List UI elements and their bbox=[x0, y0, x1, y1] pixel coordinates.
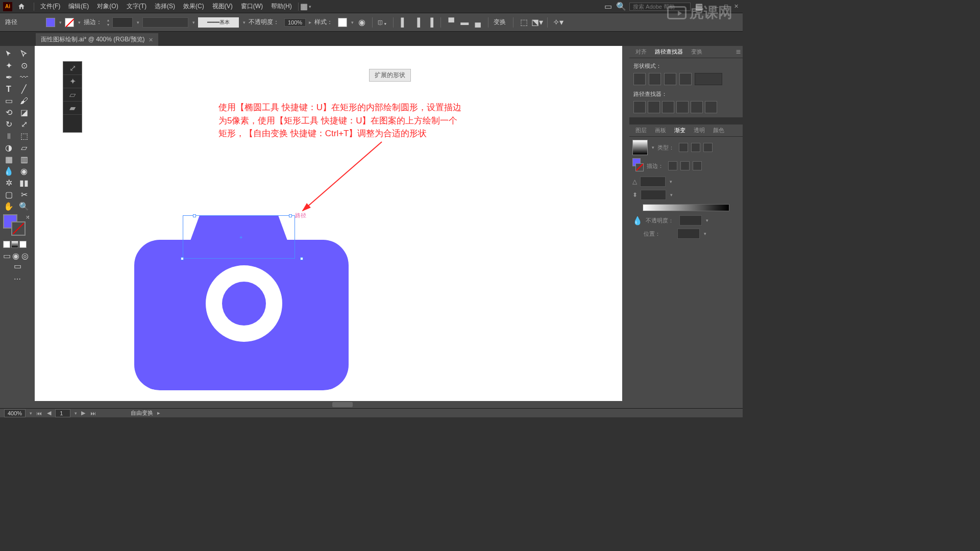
fill-dropdown-icon[interactable]: ▾ bbox=[59, 20, 62, 25]
fill-color-swatch[interactable] bbox=[46, 18, 55, 27]
color-mode-gradient[interactable] bbox=[11, 241, 18, 248]
symbol-sprayer-tool[interactable]: ✲ bbox=[1, 177, 16, 189]
gradient-stop-opacity-input[interactable] bbox=[679, 215, 702, 226]
zoom-level[interactable]: 400% bbox=[4, 409, 26, 417]
gradient-linear-button[interactable] bbox=[679, 143, 688, 152]
selection-tool[interactable] bbox=[1, 48, 16, 60]
transform-label[interactable]: 变换 bbox=[494, 18, 506, 27]
trim-button[interactable] bbox=[648, 101, 660, 113]
home-icon[interactable] bbox=[16, 2, 27, 12]
horizontal-scrollbar[interactable] bbox=[35, 401, 629, 408]
opacity-value[interactable]: 100% bbox=[284, 18, 306, 27]
color-mode-solid[interactable] bbox=[3, 241, 10, 248]
canvas[interactable]: ⤢ ✦ ▱ ▰ 扩展的形状 使用【椭圆工具 快捷键：U】在矩形的内部绘制圆形，设… bbox=[35, 46, 629, 408]
isolate-icon[interactable]: ⬚ bbox=[519, 17, 529, 28]
menu-type[interactable]: 文字(T) bbox=[122, 2, 151, 11]
first-artboard-icon[interactable]: ⏮ bbox=[35, 410, 43, 416]
hand-tool[interactable]: ✋ bbox=[1, 201, 16, 212]
gradient-freeform-button[interactable] bbox=[703, 143, 713, 152]
screen-present-icon[interactable]: ◎ bbox=[21, 251, 29, 258]
align-to-icon[interactable]: ⎅▾ bbox=[378, 17, 388, 28]
align-top-icon[interactable]: ▀ bbox=[446, 17, 456, 28]
crop-button[interactable] bbox=[676, 101, 689, 113]
gradient-slider[interactable] bbox=[643, 204, 729, 211]
scale-tool[interactable]: ⤢ bbox=[16, 118, 32, 130]
opacity-flyout-icon[interactable]: ▸ bbox=[309, 19, 311, 25]
outline-button[interactable] bbox=[691, 101, 703, 113]
next-artboard-icon[interactable]: ▶ bbox=[80, 410, 86, 416]
slice-tool[interactable]: ✂ bbox=[16, 189, 32, 201]
rectangle-tool[interactable]: ▭ bbox=[1, 95, 16, 107]
unite-button[interactable] bbox=[633, 73, 646, 85]
type-tool[interactable]: T bbox=[1, 83, 16, 95]
menu-effect[interactable]: 效果(C) bbox=[179, 2, 208, 11]
ft-perspective-icon[interactable]: ▱ bbox=[63, 88, 82, 102]
gradient-aspect-input[interactable] bbox=[641, 190, 666, 200]
minus-back-button[interactable] bbox=[705, 101, 717, 113]
fill-stroke-control[interactable]: ⤭ bbox=[1, 214, 34, 240]
search-icon[interactable]: 🔍 bbox=[616, 2, 626, 12]
screen-normal-icon[interactable]: ▭ bbox=[3, 251, 10, 258]
ft-distort-icon[interactable]: ▰ bbox=[63, 102, 82, 115]
menu-help[interactable]: 帮助(H) bbox=[267, 2, 296, 11]
divide-button[interactable] bbox=[633, 101, 646, 113]
shape-builder-icon[interactable]: ✧▾ bbox=[553, 17, 563, 28]
blend-tool[interactable]: ◉ bbox=[16, 165, 32, 177]
selection-handle-tr[interactable] bbox=[289, 214, 292, 217]
exclude-button[interactable] bbox=[679, 73, 692, 85]
shape-builder-tool[interactable]: ◑ bbox=[1, 142, 16, 154]
prev-artboard-icon[interactable]: ◀ bbox=[46, 410, 52, 416]
menu-window[interactable]: 窗口(W) bbox=[237, 2, 267, 11]
tab-transparency[interactable]: 透明 bbox=[690, 124, 709, 136]
screen-full-icon[interactable]: ◉ bbox=[12, 251, 19, 258]
tab-pathfinder[interactable]: 路径查找器 bbox=[651, 46, 687, 58]
swap-fill-stroke-icon[interactable]: ⤭ bbox=[26, 214, 30, 220]
gradient-radial-button[interactable] bbox=[691, 143, 700, 152]
minus-front-button[interactable] bbox=[649, 73, 661, 85]
tab-transform[interactable]: 变换 bbox=[687, 46, 706, 58]
status-flyout-icon[interactable]: ▸ bbox=[156, 410, 161, 416]
tab-artboards[interactable]: 画板 bbox=[651, 124, 670, 136]
tab-close-icon[interactable]: × bbox=[149, 36, 153, 44]
direct-selection-tool[interactable] bbox=[16, 48, 32, 60]
stroke-up-icon[interactable]: ▴ bbox=[107, 18, 109, 22]
stroke-color-swatch[interactable] bbox=[65, 18, 74, 27]
recolor-icon[interactable]: ◉ bbox=[357, 17, 367, 28]
column-graph-tool[interactable]: ▮▮ bbox=[16, 177, 32, 189]
stroke-grad-along-button[interactable] bbox=[680, 161, 690, 170]
vertical-scrollbar[interactable] bbox=[622, 46, 629, 401]
brush-profile[interactable]: ━━━━ 基本 bbox=[198, 17, 239, 28]
stroke-grad-within-button[interactable] bbox=[668, 161, 677, 170]
gradient-preview-swatch[interactable] bbox=[632, 140, 648, 155]
gradient-stop-position-input[interactable] bbox=[677, 229, 700, 239]
style-swatch[interactable] bbox=[338, 18, 347, 27]
align-vcenter-icon[interactable]: ▬ bbox=[459, 17, 470, 28]
gpu-icon[interactable]: ▭ bbox=[603, 2, 613, 12]
edit-toolbar-icon[interactable]: ▭ bbox=[1, 260, 34, 272]
stroke-grad-across-button[interactable] bbox=[693, 161, 702, 170]
tab-gradient[interactable]: 渐变 bbox=[670, 124, 690, 136]
menu-edit[interactable]: 编辑(E) bbox=[64, 2, 93, 11]
gradient-tool[interactable]: ▥ bbox=[16, 154, 32, 165]
align-bottom-icon[interactable]: ▄ bbox=[473, 17, 483, 28]
eraser-tool[interactable]: ◪ bbox=[16, 107, 32, 118]
curvature-tool[interactable]: 〰 bbox=[16, 71, 32, 83]
ft-constrain-icon[interactable]: ⤢ bbox=[63, 62, 82, 75]
toolbox-stroke-swatch[interactable] bbox=[11, 221, 26, 236]
rotate-tool[interactable]: ↻ bbox=[1, 118, 16, 130]
crop-icon[interactable]: ⬔▾ bbox=[532, 17, 542, 28]
artboard-tool[interactable]: ▢ bbox=[1, 189, 16, 201]
perspective-tool[interactable]: ▱ bbox=[16, 142, 32, 154]
last-artboard-icon[interactable]: ⏭ bbox=[89, 410, 97, 416]
eyedropper-gradient-icon[interactable]: 💧 bbox=[632, 216, 643, 226]
camera-lens-center[interactable] bbox=[222, 282, 266, 325]
magic-wand-tool[interactable]: ✦ bbox=[1, 60, 16, 71]
expand-button[interactable] bbox=[695, 73, 722, 85]
workspace-icon[interactable]: ▥ bbox=[694, 2, 704, 12]
expand-badge[interactable]: 扩展的形状 bbox=[369, 69, 411, 82]
tab-align[interactable]: 对齐 bbox=[631, 46, 651, 58]
variable-width-input[interactable] bbox=[142, 17, 188, 28]
selection-handle-tl[interactable] bbox=[193, 214, 196, 217]
stroke-weight-input[interactable] bbox=[112, 17, 133, 28]
intersect-button[interactable] bbox=[664, 73, 676, 85]
